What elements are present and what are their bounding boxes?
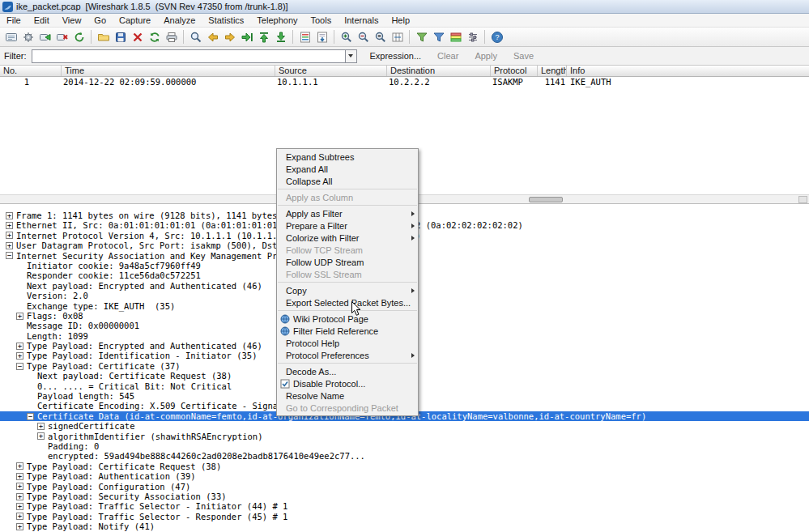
menu-item-expand-subtrees[interactable]: Expand Subtrees [277,151,418,163]
menu-item-disable-protocol[interactable]: Disable Protocol... [277,377,418,389]
menu-view[interactable]: View [56,14,88,27]
tree-expander-icon[interactable]: + [16,313,23,320]
apply-button[interactable]: Apply [471,49,500,62]
tree-line[interactable]: +signedCertificate [0,421,809,431]
go-to-packet-icon[interactable] [238,29,255,45]
save-file-icon[interactable] [112,29,129,45]
menu-tools[interactable]: Tools [304,14,339,27]
column-header-length[interactable]: Length [538,66,567,76]
print-icon[interactable] [163,29,180,45]
tree-expander-icon[interactable]: − [16,363,23,370]
tree-line[interactable]: encrypted: 59ad494be888c44260c2ad0208e2b… [0,451,809,461]
tree-line[interactable]: +Type Payload: Certificate Request (38) [0,462,809,471]
menu-telephony[interactable]: Telephony [250,14,304,27]
save-button[interactable]: Save [510,49,537,62]
coloring-rules-icon[interactable] [447,29,464,45]
menu-item-colorize-with-filter[interactable]: Colorize with Filter [277,232,418,244]
tree-expander-icon[interactable]: + [16,352,23,360]
tree-expander-icon[interactable]: + [16,483,23,490]
menu-file[interactable]: File [0,14,28,27]
tree-expander-icon[interactable]: + [16,462,23,470]
scrollbar-thumb[interactable] [529,197,563,202]
zoom-in-icon[interactable] [338,29,355,45]
tree-expander-icon[interactable]: + [16,523,23,530]
menu-item-collapse-all[interactable]: Collapse All [277,175,418,187]
menu-internals[interactable]: Internals [338,14,385,27]
menu-item-follow-udp-stream[interactable]: Follow UDP Stream [277,256,418,268]
tree-expander-icon[interactable]: − [6,252,13,259]
menu-go[interactable]: Go [87,14,113,27]
capture-options-icon[interactable] [19,29,36,45]
expression-button[interactable]: Expression... [367,49,425,62]
tree-expander-icon[interactable]: + [37,423,45,430]
zoom-out-icon[interactable] [355,29,372,45]
column-header-time[interactable]: Time [62,66,275,76]
restart-capture-icon[interactable] [70,29,87,45]
colorize-icon[interactable] [296,29,313,45]
go-to-bottom-icon[interactable] [272,29,289,45]
tree-expander-icon[interactable]: + [16,343,23,350]
menu-item-protocol-preferences[interactable]: Protocol Preferences [277,349,418,361]
open-file-icon[interactable] [95,29,112,45]
tree-expander-icon[interactable]: + [16,513,23,520]
find-packet-icon[interactable] [187,29,204,45]
tree-expander-icon[interactable]: + [6,242,13,249]
column-header-destination[interactable]: Destination [387,66,491,76]
tree-expander-icon[interactable]: + [37,432,45,440]
menu-item-copy[interactable]: Copy [277,284,418,296]
tree-line[interactable]: +Type Payload: Authentication (39) [0,471,809,481]
display-filters-icon[interactable] [430,29,447,45]
menu-item-expand-all[interactable]: Expand All [277,163,418,175]
close-file-icon[interactable] [129,29,146,45]
title-bar[interactable]: ike_packet.pcap [Wireshark 1.8.5 (SVN Re… [0,0,809,14]
go-back-icon[interactable] [204,29,221,45]
menu-edit[interactable]: Edit [28,14,56,27]
go-forward-icon[interactable] [221,29,238,45]
menu-item-wiki-protocol-page[interactable]: Wiki Protocol Page [277,313,418,325]
menu-item-resolve-name[interactable]: Resolve Name [277,389,418,402]
packet-row[interactable]: 1 2014-12-22 02:09:59.000000 10.1.1.1 10… [0,77,809,87]
menu-item-decode-as[interactable]: Decode As... [277,365,418,377]
tree-line[interactable]: +Type Payload: Traffic Selector - Initia… [0,501,809,511]
reload-icon[interactable] [146,29,163,45]
menu-item-apply-as-filter[interactable]: Apply as Filter [277,207,418,219]
menu-help[interactable]: Help [385,14,416,27]
tree-expander-icon[interactable]: + [16,473,23,480]
capture-filters-icon[interactable] [413,29,430,45]
menu-capture[interactable]: Capture [113,14,157,27]
menu-analyze[interactable]: Analyze [157,14,202,27]
menu-statistics[interactable]: Statistics [202,14,250,27]
clear-button[interactable]: Clear [434,49,462,62]
menu-item-prepare-a-filter[interactable]: Prepare a Filter [277,219,418,232]
tree-expander-icon[interactable]: + [16,493,23,500]
zoom-100-icon[interactable] [372,29,389,45]
column-header-source[interactable]: Source [275,66,387,76]
tree-expander-icon[interactable]: − [27,413,34,420]
start-capture-icon[interactable] [36,29,53,45]
tree-expander-icon[interactable]: + [6,212,13,219]
tree-line[interactable]: +Type Payload: Security Association (33) [0,492,809,501]
tree-line[interactable]: +Type Payload: Notify (41) [0,521,809,531]
tree-line[interactable]: +Type Payload: Configuration (47) [0,482,809,492]
column-header-protocol[interactable]: Protocol [491,66,538,76]
stop-capture-icon[interactable] [53,29,70,45]
menu-item-filter-field-reference[interactable]: Filter Field Reference [277,325,418,337]
go-to-top-icon[interactable] [255,29,272,45]
tree-line[interactable]: +Type Payload: Traffic Selector - Respon… [0,512,809,521]
filter-dropdown-button[interactable] [346,49,357,63]
menu-item-protocol-help[interactable]: Protocol Help [277,337,418,349]
resize-columns-icon[interactable] [389,29,406,45]
menu-item-export-selected-packet-bytes[interactable]: Export Selected Packet Bytes... [277,296,418,309]
tree-line[interactable]: Padding: 0 [0,441,809,451]
tree-expander-icon[interactable]: + [16,503,23,510]
help-icon[interactable]: ? [488,29,505,45]
tree-expander-icon[interactable]: + [6,232,13,239]
list-interfaces-icon[interactable] [2,29,19,45]
column-header-info[interactable]: Info [567,66,809,76]
auto-scroll-icon[interactable] [313,29,330,45]
filter-input[interactable] [32,49,346,63]
tree-line[interactable]: +algorithmIdentifier (shawithRSAEncrypti… [0,432,809,441]
preferences-icon[interactable] [464,29,481,45]
column-header-no[interactable]: No. [0,66,62,76]
tree-expander-icon[interactable]: + [6,222,13,229]
